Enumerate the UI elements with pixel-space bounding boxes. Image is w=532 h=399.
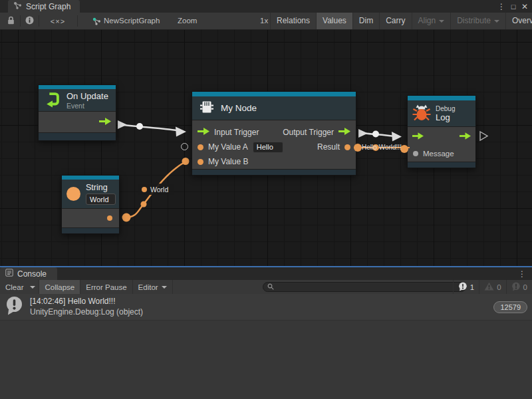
output-trigger-port[interactable] <box>460 132 471 142</box>
toolbar-separator <box>20 15 21 27</box>
error-filter-toggle[interactable]: 0 <box>506 280 532 294</box>
log-entry-row[interactable]: [14:02:46] Hello World!!! UnityEngine.De… <box>0 294 532 321</box>
port-label: Message <box>423 150 454 158</box>
collapse-toggle[interactable]: Collapse <box>39 280 80 294</box>
my-value-a-port[interactable] <box>198 144 203 150</box>
graph-asset-icon <box>90 13 102 29</box>
clear-dropdown[interactable] <box>27 280 39 294</box>
chevron-down-icon <box>162 286 167 289</box>
node-accent-strip <box>408 96 475 100</box>
carry-toggle[interactable]: Carry <box>379 13 411 29</box>
console-menu-button[interactable]: ⋮ <box>517 267 527 280</box>
string-value-field[interactable]: World <box>86 194 116 205</box>
node-subtitle: Event <box>66 102 108 110</box>
toolbar-separator <box>39 15 39 27</box>
console-search[interactable] <box>263 282 466 292</box>
code-icon: <×> <box>51 17 65 25</box>
graph-name-label[interactable]: NewScriptGraph <box>104 13 160 29</box>
search-icon <box>267 283 274 291</box>
error-pause-toggle[interactable]: Error Pause <box>80 280 132 294</box>
info-icon <box>25 15 34 27</box>
warning-triangle-icon <box>484 282 494 292</box>
error-bubble-icon <box>511 282 521 293</box>
value-dot-icon <box>142 187 147 192</box>
port-label: My Value A <box>208 142 248 152</box>
node-title: Log <box>436 112 455 122</box>
wire-value-label-hello-world: Hello World!!! <box>362 144 402 151</box>
dim-toggle[interactable]: Dim <box>352 13 379 29</box>
distribute-dropdown[interactable]: Distribute <box>450 13 505 29</box>
info-bubble-icon <box>458 282 467 293</box>
my-node-unit-icon <box>199 100 215 117</box>
editor-dropdown[interactable]: Editor <box>133 280 173 294</box>
output-trigger-port[interactable] <box>338 128 350 137</box>
unity-window: Script Graph ⋮ □ ✕ <×> NewScriptGraph Zo… <box>0 0 532 399</box>
node-accent-strip <box>192 92 356 96</box>
chevron-down-icon <box>439 20 444 23</box>
clear-button[interactable]: Clear <box>0 280 27 294</box>
info-filter-toggle[interactable]: 1 <box>453 280 479 294</box>
node-footer <box>408 162 475 168</box>
console-log-area[interactable]: [14:02:46] Hello World!!! UnityEngine.De… <box>0 294 532 399</box>
result-port[interactable] <box>344 144 350 150</box>
wire-on-update-to-my-node[interactable] <box>118 120 186 137</box>
node-footer <box>39 132 116 140</box>
node-kicker: Debug <box>436 105 455 112</box>
console-tab-bar: Console ⋮ <box>0 267 532 280</box>
wire-my-node-to-debug-log[interactable] <box>358 129 402 142</box>
align-dropdown[interactable]: Align <box>412 13 451 29</box>
tab-script-graph[interactable]: Script Graph <box>8 0 80 13</box>
message-port[interactable] <box>413 151 418 156</box>
console-toolbar: Clear Collapse Error Pause Editor 1 <box>0 280 532 295</box>
overview-button[interactable]: Overview <box>505 13 532 29</box>
node-footer <box>192 169 356 175</box>
warning-filter-toggle[interactable]: 0 <box>479 280 505 294</box>
info-button[interactable] <box>21 13 37 29</box>
on-update-loop-icon <box>44 90 61 110</box>
collapse-count-badge: 12579 <box>493 301 527 313</box>
script-graph-icon <box>13 1 22 11</box>
node-footer <box>62 227 119 233</box>
warning-count: 0 <box>497 283 501 291</box>
lock-icon <box>7 15 15 27</box>
zoom-label: Zoom <box>178 13 197 29</box>
string-output-port[interactable] <box>107 215 112 221</box>
edit-source-button[interactable]: <×> <box>40 13 76 29</box>
value-dot-icon <box>354 144 362 152</box>
my-value-b-port[interactable] <box>198 159 203 165</box>
zoom-value: 1x <box>260 13 268 29</box>
string-literal-icon <box>66 187 80 201</box>
maximize-button[interactable]: □ <box>508 0 519 13</box>
node-my-node[interactable]: My Node Input Trigger Output Trigger <box>192 91 356 176</box>
graph-tab-bar: Script Graph ⋮ □ ✕ <box>0 0 532 13</box>
graph-toggle-group: Relations Values Dim Carry Align Distrib… <box>270 13 532 29</box>
node-title: On Update <box>66 91 108 101</box>
wire-result-to-message[interactable]: Hello World!!! <box>356 142 407 153</box>
input-trigger-port[interactable] <box>198 128 209 137</box>
node-debug-log[interactable]: Debug Log Message <box>407 95 476 168</box>
wire-value-label-world: World <box>138 184 174 195</box>
graph-canvas[interactable]: On Update Event My Node <box>0 30 532 266</box>
chevron-down-icon <box>494 20 499 23</box>
close-button[interactable]: ✕ <box>519 0 530 13</box>
toolbar-separator <box>77 15 78 27</box>
graph-toolbar: <×> NewScriptGraph Zoom 1x Relations Val… <box>0 13 532 30</box>
node-title: String <box>86 183 108 192</box>
console-icon <box>5 269 13 279</box>
lock-button[interactable] <box>3 13 19 29</box>
log-message: [14:02:46] Hello World!!! <box>30 297 143 307</box>
log-info-bubble-icon <box>5 296 23 318</box>
node-on-update[interactable]: On Update Event <box>38 84 116 141</box>
bug-icon <box>412 103 431 124</box>
values-toggle[interactable]: Values <box>316 13 352 29</box>
input-trigger-port[interactable] <box>412 132 424 142</box>
trigger-output-port[interactable] <box>99 118 111 127</box>
console-search-input[interactable] <box>274 283 466 291</box>
my-value-a-field[interactable]: Hello <box>253 142 283 153</box>
relations-toggle[interactable]: Relations <box>270 13 316 29</box>
console-count-toggles: 1 0 0 <box>453 280 532 294</box>
info-count: 1 <box>470 283 474 291</box>
tab-console[interactable]: Console <box>0 267 57 280</box>
node-string[interactable]: String World <box>61 175 120 234</box>
window-menu-button[interactable]: ⋮ <box>496 0 507 13</box>
